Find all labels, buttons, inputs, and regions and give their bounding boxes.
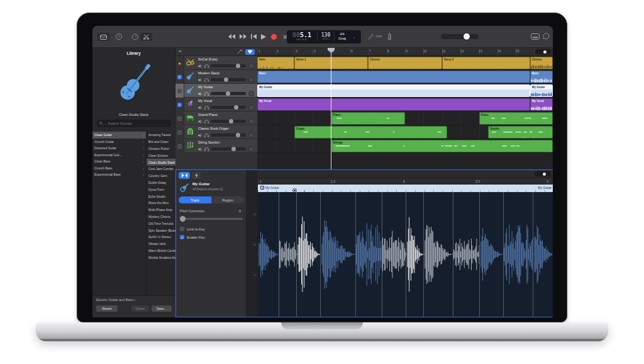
track-checkbox[interactable] — [177, 144, 182, 149]
track-enable-cell[interactable] — [175, 125, 184, 139]
track-checkbox[interactable] — [177, 130, 182, 135]
automation-button[interactable] — [236, 49, 244, 55]
add-track-button[interactable]: + — [179, 48, 182, 54]
track-volume-slider[interactable] — [211, 92, 246, 95]
mute-icon[interactable] — [198, 147, 203, 151]
enable-flex-row[interactable]: ✓ Enable Flex — [180, 235, 205, 239]
checkbox-unchecked[interactable] — [180, 227, 184, 231]
track-volume-slider[interactable] — [211, 64, 246, 67]
library-preset[interactable]: Spin Speaker Blues — [147, 227, 175, 234]
pitch-correction-slider[interactable] — [180, 218, 243, 220]
region-piano-2[interactable]: Piano — [479, 112, 553, 125]
display-mode-button[interactable] — [531, 33, 540, 40]
flex-time-button[interactable] — [179, 172, 190, 179]
save-button[interactable]: Save… — [152, 305, 172, 312]
library-preset[interactable]: Move the Mics — [147, 200, 175, 207]
volume-knob[interactable] — [226, 91, 230, 96]
track-checkbox[interactable] — [177, 117, 182, 121]
smart-controls-button[interactable] — [131, 33, 138, 40]
track-header-string-section[interactable]: String Section — [175, 139, 257, 153]
track-enable-cell[interactable] — [175, 84, 184, 98]
library-preset[interactable]: Country Gent — [147, 173, 175, 179]
forward-button[interactable] — [240, 34, 247, 39]
collection-breadcrumb[interactable]: Electric Guitar and Bass › — [96, 298, 135, 302]
library-preset[interactable]: Mystery Chorus — [147, 213, 175, 220]
library-preset[interactable]: Vibrato Verb — [147, 241, 175, 247]
library-category[interactable]: Clean Guitar› — [92, 132, 146, 139]
track-header-grand-piano[interactable]: Grand Piano — [175, 111, 257, 125]
limit-to-key-row[interactable]: Limit to Key — [180, 227, 205, 231]
region-synths[interactable]: Synths — [488, 126, 553, 139]
mute-icon[interactable] — [198, 120, 203, 123]
track-enable-cell[interactable]: ★ — [175, 56, 184, 70]
track-volume-slider[interactable] — [211, 78, 246, 81]
pan-knob[interactable] — [248, 77, 254, 82]
metronome-button[interactable] — [386, 33, 392, 40]
play-button[interactable] — [261, 34, 266, 40]
track-volume-slider[interactable] — [211, 134, 246, 137]
master-volume-slider[interactable] — [441, 34, 479, 39]
timeline-zoom-slider[interactable] — [535, 49, 551, 54]
library-preset[interactable]: Cool Jazz Combo — [147, 166, 175, 173]
lcd-mode-chevron[interactable]: ⌄ — [350, 30, 358, 43]
library-preset[interactable]: Amazing Tweed — [147, 132, 175, 139]
region-piano[interactable]: Piano — [331, 112, 406, 125]
track-header-my-vocal[interactable]: ✓ My Vocal — [175, 98, 257, 111]
library-toggle-button[interactable] — [97, 33, 109, 41]
editors-toggle-button[interactable] — [140, 33, 152, 41]
pan-knob[interactable] — [248, 118, 254, 124]
track-enable-cell[interactable] — [175, 111, 184, 125]
search-field[interactable]: ⌄ Search Sounds — [97, 120, 171, 127]
revert-button[interactable]: Revert — [96, 305, 118, 312]
solo-icon[interactable] — [204, 64, 209, 68]
tab-region[interactable]: Region — [211, 196, 244, 203]
library-category[interactable]: Clean Bass› — [92, 158, 146, 165]
library-preset[interactable]: Surfin' in Stereo — [147, 234, 175, 241]
region-strings[interactable]: Strings — [331, 140, 553, 152]
pan-knob[interactable] — [248, 105, 254, 110]
library-preset[interactable]: Dyna-Trem — [147, 186, 175, 193]
editor-waveform[interactable] — [258, 192, 553, 317]
pan-knob[interactable] — [248, 63, 254, 69]
delete-button[interactable]: Delete — [131, 305, 149, 312]
record-button[interactable] — [271, 34, 277, 40]
region-my-guitar-selected[interactable]: My Guitar — [257, 84, 530, 97]
mute-icon[interactable] — [198, 64, 203, 68]
library-preset[interactable]: Brit and Clean — [147, 139, 175, 145]
pitch-slider-knob[interactable] — [180, 216, 186, 222]
library-preset[interactable]: Echo Studio — [147, 193, 175, 200]
playhead[interactable] — [331, 48, 331, 169]
mute-icon[interactable] — [198, 92, 203, 96]
library-preset[interactable]: Clean Echoes — [147, 152, 175, 159]
region-chorus[interactable]: Chorus — [368, 57, 442, 69]
mute-icon[interactable] — [198, 134, 203, 137]
track-header-classic-rock-organ[interactable]: Classic Rock Organ — [175, 125, 257, 139]
pan-knob[interactable] — [248, 132, 254, 138]
volume-knob[interactable] — [231, 147, 236, 151]
region-my-vocal-2[interactable]: My Vocal — [530, 98, 553, 111]
count-in-button[interactable]: 1234 — [375, 35, 382, 38]
track-header-socal[interactable]: ★ SoCal (Kyle) — [175, 56, 257, 70]
track-enable-cell[interactable]: ✓ — [175, 70, 184, 84]
solo-icon[interactable] — [204, 134, 209, 137]
region-bass-2[interactable]: Bass — [530, 71, 553, 83]
solo-icon[interactable] — [204, 78, 209, 82]
library-preset[interactable]: Chicken Pickin' — [147, 145, 175, 152]
region-organ[interactable]: Organ — [294, 126, 448, 139]
solo-icon[interactable] — [204, 106, 209, 110]
solo-icon[interactable] — [204, 147, 209, 151]
track-checkbox-checked[interactable]: ✓ — [177, 103, 182, 107]
library-preset[interactable]: Warm British Combo — [147, 247, 175, 254]
mute-icon[interactable] — [198, 106, 203, 110]
region-bass[interactable]: Bass — [257, 71, 530, 83]
region-my-guitar-2[interactable]: My Guitar — [530, 84, 553, 97]
library-category[interactable]: Experimental Bass› — [92, 171, 146, 178]
checkbox-checked[interactable]: ✓ — [180, 235, 184, 239]
editor-mode-button[interactable] — [192, 172, 201, 179]
library-category[interactable]: Crunch Bass› — [92, 165, 146, 172]
region-close-icon[interactable]: × — [260, 186, 264, 190]
editor-region-strip[interactable]: × My Guitar My Guitar — [258, 185, 553, 192]
tab-track[interactable]: Track — [179, 196, 211, 203]
library-preset[interactable]: Old Time Tremolo — [147, 220, 175, 227]
track-checkbox[interactable] — [177, 89, 182, 93]
